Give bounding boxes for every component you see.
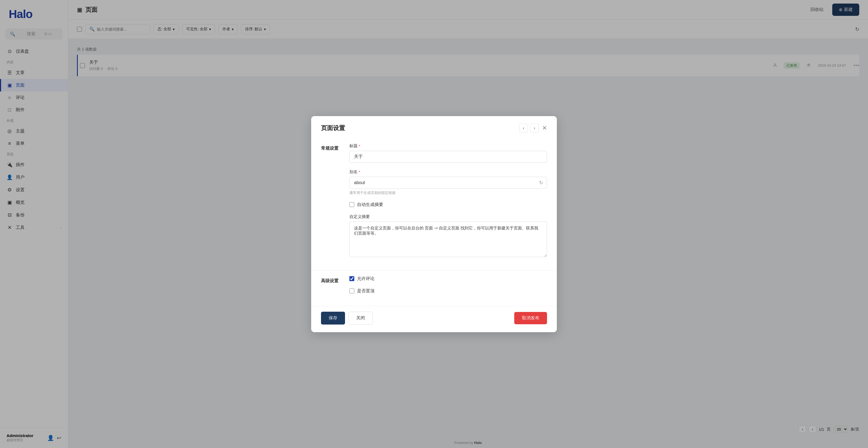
general-fields: 标题 * 别名 * ↻ 通常用于生成页面的固定链接 — [349, 138, 557, 270]
pin-top-checkbox[interactable] — [349, 289, 354, 293]
alias-refresh-icon[interactable]: ↻ — [539, 180, 543, 186]
settings-modal: 页面设置 ‹ › ✕ 常规设置 标题 * — [311, 116, 557, 332]
auto-excerpt-group: 自动生成摘要 — [349, 202, 547, 208]
modal-header: 页面设置 ‹ › ✕ — [311, 116, 557, 138]
modal-nav: ‹ › ✕ — [519, 124, 547, 132]
allow-comment-checkbox[interactable] — [349, 276, 354, 281]
modal-footer-left: 保存 关闭 — [321, 312, 373, 325]
allow-comment-group: 允许评论 — [349, 276, 547, 281]
modal-next-button[interactable]: › — [530, 124, 539, 132]
pin-top-group: 是否置顶 — [349, 288, 547, 294]
title-input[interactable] — [349, 151, 547, 163]
advanced-fields: 允许评论 是否置顶 — [349, 270, 557, 306]
modal-close-button[interactable]: ✕ — [542, 125, 547, 132]
alias-field-group: 别名 * ↻ 通常用于生成页面的固定链接 — [349, 169, 547, 195]
title-required: * — [359, 144, 360, 148]
custom-excerpt-group: 自定义摘要 这是一个自定义页面，你可以在后台的 页面 -> 自定义页面 找到它，… — [349, 214, 547, 258]
modal-overlay: 页面设置 ‹ › ✕ 常规设置 标题 * — [0, 0, 868, 448]
pin-top-label[interactable]: 是否置顶 — [349, 288, 547, 294]
close-button[interactable]: 关闭 — [348, 312, 373, 325]
section-advanced-label: 高级设置 — [311, 270, 349, 306]
save-button[interactable]: 保存 — [321, 312, 345, 325]
modal-body: 常规设置 标题 * 别名 * — [311, 138, 557, 270]
auto-excerpt-checkbox[interactable] — [349, 202, 354, 207]
custom-excerpt-label: 自定义摘要 — [349, 214, 547, 219]
alias-input-wrap: ↻ — [349, 177, 547, 189]
alias-required: * — [359, 170, 360, 174]
alias-input[interactable] — [349, 177, 547, 189]
auto-excerpt-label[interactable]: 自动生成摘要 — [349, 202, 547, 208]
alias-hint: 通常用于生成页面的固定链接 — [349, 190, 547, 195]
modal-prev-button[interactable]: ‹ — [519, 124, 528, 132]
allow-comment-label[interactable]: 允许评论 — [349, 276, 547, 281]
title-field-group: 标题 * — [349, 143, 547, 163]
modal-title: 页面设置 — [321, 124, 345, 132]
title-label: 标题 * — [349, 143, 547, 149]
advanced-section: 高级设置 允许评论 是否置顶 — [311, 270, 557, 306]
alias-label: 别名 * — [349, 169, 547, 175]
modal-footer: 保存 关闭 取消发布 — [311, 306, 557, 332]
section-general-label: 常规设置 — [311, 138, 349, 270]
unpublish-button[interactable]: 取消发布 — [514, 312, 547, 324]
custom-excerpt-textarea[interactable]: 这是一个自定义页面，你可以在后台的 页面 -> 自定义页面 找到它，你可以用于新… — [349, 221, 547, 257]
